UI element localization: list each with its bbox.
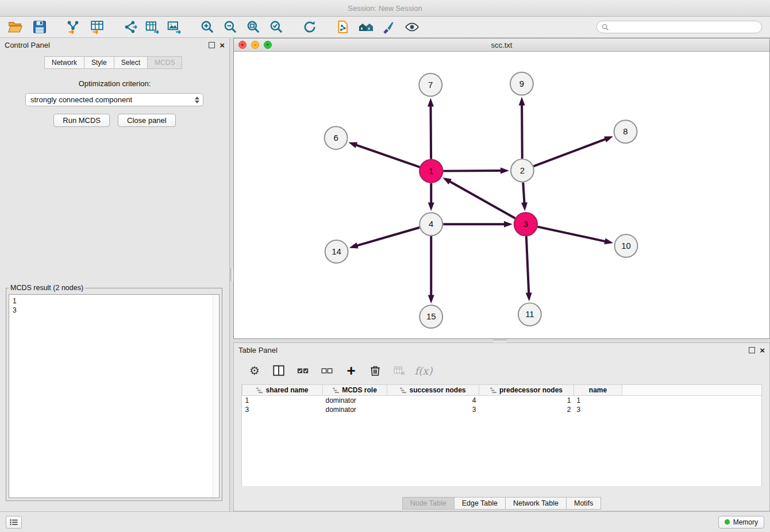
column-header-shared-name[interactable]: shared name	[242, 385, 323, 396]
tab-node-table[interactable]: Node Table	[402, 497, 455, 510]
import-network-icon	[66, 20, 80, 34]
run-mcds-button[interactable]: Run MCDS	[53, 114, 110, 127]
apply-layout-button[interactable]	[300, 18, 319, 36]
close-panel-icon[interactable]: ×	[220, 41, 225, 49]
import-network-button[interactable]	[63, 18, 83, 36]
graph-node-6[interactable]: 6	[325, 126, 348, 149]
zoom-fit-button[interactable]	[244, 18, 263, 36]
table-cell[interactable]: 3	[242, 405, 323, 414]
tab-mcds[interactable]: MCDS	[148, 56, 182, 69]
graph-node-9[interactable]: 9	[510, 72, 533, 95]
task-history-button[interactable]	[6, 516, 22, 529]
graph-node-14[interactable]: 14	[325, 240, 348, 263]
export-network-button[interactable]	[121, 18, 140, 36]
table-cell[interactable]: 4	[387, 396, 479, 406]
network-window-titlebar: × − + scc.txt	[234, 38, 769, 52]
tab-select[interactable]: Select	[114, 56, 148, 69]
tab-network[interactable]: Network	[44, 56, 84, 69]
gear-icon: ⚙	[249, 365, 260, 376]
mcds-result-list[interactable]: 1 3	[9, 294, 220, 498]
export-table-button[interactable]	[143, 18, 162, 36]
select-all-columns-button[interactable]	[294, 362, 312, 379]
graph-node-8[interactable]: 8	[614, 120, 637, 143]
optimization-select[interactable]: strongly connected component	[25, 93, 203, 106]
result-scrollbar[interactable]	[213, 295, 219, 498]
refresh-icon	[302, 20, 317, 34]
show-columns-button[interactable]	[270, 362, 288, 379]
tab-style[interactable]: Style	[84, 56, 114, 69]
float-panel-icon[interactable]	[749, 347, 755, 353]
tab-edge-table[interactable]: Edge Table	[455, 497, 506, 510]
table-cell[interactable]: dominator	[323, 396, 387, 406]
column-header-predecessor-nodes[interactable]: predecessor nodes	[479, 385, 574, 396]
tab-network-table[interactable]: Network Table	[506, 497, 567, 510]
close-window-icon[interactable]: ×	[238, 41, 247, 49]
column-header-name[interactable]: name	[574, 385, 622, 396]
graph-edge-3-1[interactable]	[449, 181, 515, 218]
open-session-button[interactable]	[6, 18, 25, 36]
network-canvas[interactable]: 7968124314101511	[234, 52, 769, 338]
zoom-in-button[interactable]	[198, 18, 217, 36]
table-cell[interactable]: 1	[574, 396, 622, 406]
unselect-all-columns-button[interactable]	[318, 362, 336, 379]
export-image-button[interactable]	[164, 18, 184, 36]
table-row[interactable]: 3dominator323	[242, 405, 762, 414]
save-session-button[interactable]	[30, 18, 49, 36]
column-header-successor-nodes[interactable]: successor nodes	[387, 385, 479, 396]
table-cell[interactable]: 2	[479, 405, 574, 414]
zoom-out-button[interactable]	[221, 18, 240, 36]
table-settings-button[interactable]: ⚙	[245, 362, 264, 379]
graph-edge-2-8[interactable]	[534, 138, 607, 166]
export-image-icon	[167, 20, 182, 34]
graph-node-7[interactable]: 7	[419, 74, 442, 97]
table-cell[interactable]: 1	[479, 396, 574, 406]
graph-edge-1-6[interactable]	[355, 145, 420, 167]
table-cell[interactable]: 3	[387, 405, 479, 414]
graph-node-11[interactable]: 11	[518, 303, 541, 326]
table-row[interactable]: 1dominator411	[242, 396, 762, 406]
import-table-button[interactable]	[87, 18, 107, 36]
svg-text:11: 11	[525, 309, 534, 319]
graph-edge-2-9[interactable]	[522, 103, 522, 158]
maximize-window-icon[interactable]: +	[264, 41, 272, 49]
delete-column-button[interactable]	[366, 362, 384, 379]
show-hide-button[interactable]	[402, 18, 422, 36]
graph-node-10[interactable]: 10	[615, 234, 638, 257]
graph-edge-4-14[interactable]	[356, 228, 419, 246]
graph-edge-1-7[interactable]	[430, 105, 431, 159]
checked-boxes-icon	[297, 364, 309, 377]
graph-edge-3-11[interactable]	[526, 236, 529, 294]
zoom-selected-button[interactable]	[267, 18, 286, 36]
floppy-disk-icon	[32, 20, 47, 34]
network-graph[interactable]: 7968124314101511	[234, 52, 769, 338]
create-column-button[interactable]: +	[342, 362, 360, 379]
first-neighbors-button[interactable]	[356, 18, 376, 36]
graph-node-2[interactable]: 2	[511, 159, 534, 182]
edge-arrowhead-icon	[349, 242, 359, 248]
float-panel-icon[interactable]	[209, 42, 215, 48]
column-header-mcds-role[interactable]: MCDS role	[323, 385, 387, 396]
graph-edge-1-2[interactable]	[443, 171, 502, 171]
graph-edge-3-10[interactable]	[537, 227, 606, 242]
edge-arrowhead-icon	[428, 202, 434, 211]
search-field[interactable]	[596, 21, 762, 33]
table-cell[interactable]: 1	[242, 396, 323, 406]
apply-style-button[interactable]	[379, 18, 399, 36]
table-cell[interactable]: dominator	[323, 405, 387, 414]
search-input[interactable]	[612, 22, 757, 32]
graph-node-4[interactable]: 4	[419, 213, 442, 236]
tab-motifs[interactable]: Motifs	[567, 497, 601, 510]
graph-node-15[interactable]: 15	[419, 305, 442, 328]
close-panel-icon[interactable]: ×	[760, 346, 765, 354]
memory-button[interactable]: Memory	[718, 516, 764, 529]
close-panel-button[interactable]: Close panel	[118, 114, 176, 127]
graph-node-3[interactable]: 3	[514, 213, 537, 236]
network-window-title: scc.txt	[234, 41, 769, 49]
zoom-selected-icon	[269, 20, 284, 34]
new-network-from-selection-button[interactable]	[333, 18, 353, 36]
table-cell[interactable]: 3	[574, 405, 622, 414]
graph-edge-2-3[interactable]	[523, 183, 524, 205]
minimize-window-icon[interactable]: −	[251, 41, 259, 49]
graph-node-1[interactable]: 1	[419, 160, 442, 183]
edge-arrowhead-icon	[500, 168, 509, 174]
